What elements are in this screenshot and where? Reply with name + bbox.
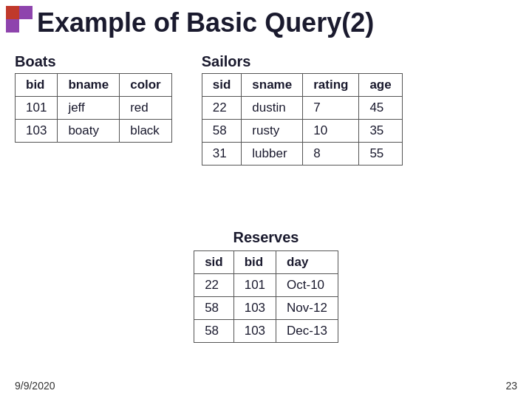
sailors-row3-sname: lubber bbox=[242, 143, 303, 166]
table-row: 22 dustin 7 45 bbox=[202, 97, 402, 120]
table-row: sid bid day bbox=[194, 251, 338, 274]
reserves-row1-day: Oct-10 bbox=[276, 274, 338, 297]
boats-row2-bname: boaty bbox=[58, 120, 120, 143]
sailors-col-age: age bbox=[359, 74, 402, 97]
boats-col-bname: bname bbox=[58, 74, 120, 97]
sailors-row2-age: 35 bbox=[359, 120, 402, 143]
sailors-row1-age: 45 bbox=[359, 97, 402, 120]
table-row: 31 lubber 8 55 bbox=[202, 143, 402, 166]
sailors-row3-sid: 31 bbox=[202, 143, 242, 166]
sailors-col-sname: sname bbox=[242, 74, 303, 97]
table-row: 103 boaty black bbox=[16, 120, 172, 143]
reserves-row1-sid: 22 bbox=[194, 274, 234, 297]
sailors-row1-sid: 22 bbox=[202, 97, 242, 120]
footer-page: 23 bbox=[505, 380, 517, 392]
table-row: 58 103 Dec-13 bbox=[194, 320, 338, 343]
reserves-row3-day: Dec-13 bbox=[276, 320, 338, 343]
table-row: 101 jeff red bbox=[16, 97, 172, 120]
boats-row1-bname: jeff bbox=[58, 97, 120, 120]
footer-date: 9/9/2020 bbox=[15, 380, 55, 392]
table-row: bid bname color bbox=[16, 74, 172, 97]
sailors-col-rating: rating bbox=[303, 74, 359, 97]
reserves-label: Reserves bbox=[233, 229, 299, 246]
table-row: 22 101 Oct-10 bbox=[194, 274, 338, 297]
table-row: 58 rusty 10 35 bbox=[202, 120, 402, 143]
sailors-section: Sailors sid sname rating age 22 dustin 7… bbox=[202, 53, 403, 166]
logo-decoration bbox=[6, 6, 33, 33]
reserves-col-day: day bbox=[276, 251, 338, 274]
reserves-row1-bid: 101 bbox=[233, 274, 276, 297]
boats-col-color: color bbox=[120, 74, 172, 97]
sailors-label: Sailors bbox=[202, 53, 403, 70]
reserves-table: sid bid day 22 101 Oct-10 58 103 Nov-12 … bbox=[194, 250, 338, 343]
boats-label: Boats bbox=[15, 53, 172, 70]
boats-row2-color: black bbox=[120, 120, 172, 143]
reserves-row3-bid: 103 bbox=[233, 320, 276, 343]
sailors-row2-sid: 58 bbox=[202, 120, 242, 143]
boats-row2-bid: 103 bbox=[16, 120, 58, 143]
boats-section: Boats bid bname color 101 jeff red 103 b… bbox=[15, 53, 172, 166]
boats-col-bid: bid bbox=[16, 74, 58, 97]
boats-row1-bid: 101 bbox=[16, 97, 58, 120]
boats-table: bid bname color 101 jeff red 103 boaty b… bbox=[15, 73, 172, 143]
sailors-row3-rating: 8 bbox=[303, 143, 359, 166]
table-row: 58 103 Nov-12 bbox=[194, 297, 338, 320]
sailors-row3-age: 55 bbox=[359, 143, 402, 166]
sailors-table: sid sname rating age 22 dustin 7 45 58 r… bbox=[202, 73, 403, 166]
sailors-row2-sname: rusty bbox=[242, 120, 303, 143]
boats-row1-color: red bbox=[120, 97, 172, 120]
reserves-row2-day: Nov-12 bbox=[276, 297, 338, 320]
sailors-row1-sname: dustin bbox=[242, 97, 303, 120]
sailors-row1-rating: 7 bbox=[303, 97, 359, 120]
reserves-row2-bid: 103 bbox=[233, 297, 276, 320]
tables-area: Boats bid bname color 101 jeff red 103 b… bbox=[15, 53, 517, 166]
reserves-col-sid: sid bbox=[194, 251, 234, 274]
reserves-col-bid: bid bbox=[233, 251, 276, 274]
reserves-area: Reserves sid bid day 22 101 Oct-10 58 10… bbox=[15, 229, 517, 343]
reserves-row3-sid: 58 bbox=[194, 320, 234, 343]
reserves-row2-sid: 58 bbox=[194, 297, 234, 320]
table-row: sid sname rating age bbox=[202, 74, 402, 97]
sailors-col-sid: sid bbox=[202, 74, 242, 97]
page-title: Example of Basic Query(2) bbox=[37, 7, 374, 38]
sailors-row2-rating: 10 bbox=[303, 120, 359, 143]
